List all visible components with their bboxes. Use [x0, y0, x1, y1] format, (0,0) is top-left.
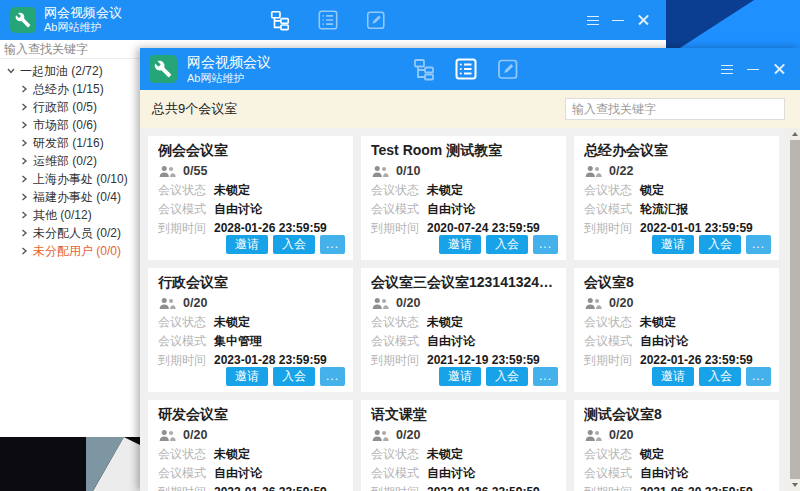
join-button[interactable]: 入会: [486, 235, 528, 254]
status-value: 未锁定: [640, 315, 676, 329]
join-button[interactable]: 入会: [273, 235, 315, 254]
room-name: 研发会议室: [158, 406, 343, 423]
expiry-value: 2028-01-26 23:59:59: [214, 221, 327, 235]
chevron-right-icon[interactable]: [19, 246, 29, 256]
scroll-up-icon[interactable]: [790, 128, 800, 140]
room-name: 例会会议室: [158, 142, 343, 159]
mode-label: 会议模式: [158, 334, 214, 348]
tree-item[interactable]: 福建办事处 (0/4): [0, 188, 140, 206]
participant-count: 0/20: [609, 428, 633, 442]
close-icon[interactable]: [636, 13, 650, 27]
invite-button[interactable]: 邀请: [226, 367, 268, 386]
expiry-label: 到期时间: [371, 485, 427, 491]
invite-button[interactable]: 邀请: [439, 367, 481, 386]
room-grid: 例会会议室 0/55 会议状态未锁定 会议模式自由讨论 到期时间2028-01-…: [140, 128, 790, 491]
org-chart-icon[interactable]: [412, 57, 436, 81]
minimize-icon[interactable]: [746, 62, 760, 76]
scroll-down-icon[interactable]: [790, 479, 800, 491]
tree-item[interactable]: 行政部 (0/5): [0, 98, 140, 116]
desktop: 网会视频会议 Ab网站维护 一起加油 (: [0, 0, 800, 491]
more-button[interactable]: ...: [533, 235, 558, 254]
tree-item[interactable]: 一起加油 (2/72): [0, 62, 140, 80]
tree-item[interactable]: 总经办 (1/15): [0, 80, 140, 98]
more-button[interactable]: ...: [320, 235, 345, 254]
menu-icon[interactable]: [720, 62, 734, 76]
invite-button[interactable]: 邀请: [652, 367, 694, 386]
chevron-right-icon[interactable]: [19, 210, 29, 220]
chevron-right-icon[interactable]: [19, 228, 29, 238]
invite-button[interactable]: 邀请: [652, 235, 694, 254]
room-name: 会议室8: [584, 274, 769, 291]
mode-label: 会议模式: [371, 334, 427, 348]
more-button[interactable]: ...: [320, 367, 345, 386]
tree-item[interactable]: 上海办事处 (0/10): [0, 170, 140, 188]
chevron-right-icon[interactable]: [19, 192, 29, 202]
status-value: 未锁定: [427, 447, 463, 461]
tree-item-label: 上海办事处 (0/10): [33, 171, 128, 188]
tree-item[interactable]: 其他 (0/12): [0, 206, 140, 224]
close-icon[interactable]: [772, 62, 786, 76]
chevron-right-icon[interactable]: [19, 156, 29, 166]
wallpaper-bottom-left: [0, 437, 140, 491]
status-value: 未锁定: [214, 447, 250, 461]
tree-item[interactable]: 未分配用户 (0/0): [0, 242, 140, 260]
app-subtitle: Ab网站维护: [44, 21, 122, 35]
more-button[interactable]: ...: [533, 367, 558, 386]
tree-item[interactable]: 未分配人员 (0/2): [0, 224, 140, 242]
chevron-down-icon[interactable]: [6, 66, 16, 76]
room-search-input[interactable]: [565, 98, 785, 120]
scrollbar-thumb[interactable]: [790, 140, 800, 479]
chevron-right-icon[interactable]: [19, 102, 29, 112]
mode-value: 自由讨论: [427, 202, 475, 216]
org-chart-icon[interactable]: [269, 9, 291, 31]
meeting-room-card: Test Room 测试教室 0/10 会议状态未锁定 会议模式自由讨论 到期时…: [361, 136, 566, 260]
edit-compose-icon[interactable]: [365, 9, 387, 31]
tree-item[interactable]: 研发部 (1/16): [0, 134, 140, 152]
menu-icon[interactable]: [586, 13, 600, 27]
more-button[interactable]: ...: [746, 367, 771, 386]
edit-compose-icon[interactable]: [496, 57, 520, 81]
mode-value: 自由讨论: [427, 466, 475, 480]
minimize-icon[interactable]: [611, 13, 625, 27]
chevron-right-icon[interactable]: [19, 174, 29, 184]
participants-icon: [158, 429, 177, 442]
join-button[interactable]: 入会: [486, 367, 528, 386]
expiry-label: 到期时间: [158, 485, 214, 491]
chevron-right-icon[interactable]: [19, 120, 29, 130]
app-logo-wrench-icon: [10, 7, 36, 33]
app-title: 网会视频会议: [44, 5, 122, 21]
more-button[interactable]: ...: [746, 235, 771, 254]
app-logo-wrench-icon: [149, 55, 177, 83]
org-sidebar: 一起加油 (2/72)总经办 (1/15)行政部 (0/5)市场部 (0/6)研…: [0, 40, 140, 437]
room-list-area: 例会会议室 0/55 会议状态未锁定 会议模式自由讨论 到期时间2028-01-…: [140, 128, 800, 491]
meeting-list-icon[interactable]: [317, 9, 339, 31]
sidebar-search-input[interactable]: [0, 40, 140, 59]
back-window-titlebar: 网会视频会议 Ab网站维护: [0, 0, 666, 40]
wallpaper-top-right: [665, 0, 800, 55]
join-button[interactable]: 入会: [699, 235, 741, 254]
tree-item-label: 其他 (0/12): [33, 207, 92, 224]
tree-item[interactable]: 市场部 (0/6): [0, 116, 140, 134]
app-title: 网会视频会议: [187, 54, 271, 72]
invite-button[interactable]: 邀请: [226, 235, 268, 254]
participants-icon: [158, 297, 177, 310]
status-label: 会议状态: [158, 315, 214, 329]
mode-label: 会议模式: [584, 466, 640, 480]
chevron-right-icon[interactable]: [19, 138, 29, 148]
meeting-room-card: 测试会议室8 0/20 会议状态锁定 会议模式自由讨论 到期时间2021-06-…: [574, 400, 779, 491]
mode-value: 轮流汇报: [640, 202, 688, 216]
participants-icon: [371, 429, 390, 442]
meeting-list-icon-active[interactable]: [454, 57, 478, 81]
join-button[interactable]: 入会: [273, 367, 315, 386]
mode-label: 会议模式: [158, 466, 214, 480]
tree-item[interactable]: 运维部 (0/2): [0, 152, 140, 170]
scrollbar[interactable]: [790, 128, 800, 491]
invite-button[interactable]: 邀请: [439, 235, 481, 254]
expiry-value: 2022-01-01 23:59:59: [640, 221, 753, 235]
join-button[interactable]: 入会: [699, 367, 741, 386]
chevron-right-icon[interactable]: [19, 84, 29, 94]
participants-icon: [371, 297, 390, 310]
participant-count: 0/22: [609, 164, 633, 178]
expiry-label: 到期时间: [584, 485, 640, 491]
participants-icon: [584, 297, 603, 310]
